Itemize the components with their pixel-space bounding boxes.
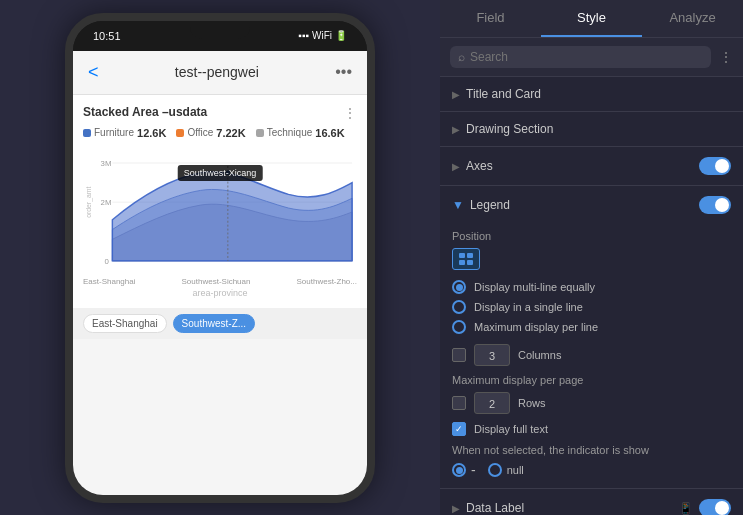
chevron-title-card: ▶ xyxy=(452,89,460,100)
radio-singleline-circle[interactable] xyxy=(452,300,466,314)
legend-office: Office 7.22K xyxy=(176,127,245,139)
phone-notch xyxy=(190,21,250,39)
status-icons: ▪▪▪ WiFi 🔋 xyxy=(298,30,347,41)
rows-row: 2 Rows xyxy=(452,392,731,414)
legend-technique: Technique 16.6K xyxy=(256,127,345,139)
svg-text:2M: 2M xyxy=(101,198,112,207)
tab-field[interactable]: Field xyxy=(440,0,541,37)
section-data-label[interactable]: ▶ Data Label 📱 xyxy=(440,489,743,515)
phone-screen-title: test--pengwei xyxy=(175,64,259,80)
columns-row: 3 Columns xyxy=(452,344,731,366)
legend-header[interactable]: ▼ Legend xyxy=(440,186,743,224)
indicator-label: When not selected, the indicator is show xyxy=(452,444,731,456)
chart-legend: Furniture 12.6K Office 7.22K Technique 1… xyxy=(83,127,357,139)
phone-time: 10:51 xyxy=(93,30,121,42)
tab-analyze[interactable]: Analyze xyxy=(642,0,743,37)
indicator-dash[interactable]: - xyxy=(452,462,476,478)
legend-dot-technique xyxy=(256,129,264,137)
area-label: area-province xyxy=(83,288,357,298)
svg-rect-12 xyxy=(467,260,473,265)
filter-bar: East-Shanghai Southwest-Z... xyxy=(73,308,367,339)
search-options-icon[interactable]: ⋮ xyxy=(719,49,733,65)
left-panel: 10:51 ▪▪▪ WiFi 🔋 < test--pengwei ••• Sta… xyxy=(0,0,440,515)
position-icons xyxy=(452,248,731,270)
svg-text:3M: 3M xyxy=(101,158,112,167)
filter-chip-southwest[interactable]: Southwest-Z... xyxy=(173,314,255,333)
indicator-null[interactable]: null xyxy=(488,463,524,477)
legend-dot-office xyxy=(176,129,184,137)
section-label-drawing: Drawing Section xyxy=(466,122,553,136)
data-label-toggle[interactable] xyxy=(699,499,731,515)
indicator-null-radio[interactable] xyxy=(488,463,502,477)
chart-tooltip: Southwest-Xicang xyxy=(178,165,263,181)
phone-header: < test--pengwei ••• xyxy=(73,51,367,95)
section-title-card[interactable]: ▶ Title and Card xyxy=(440,77,743,112)
phone-mockup: 10:51 ▪▪▪ WiFi 🔋 < test--pengwei ••• Sta… xyxy=(65,13,375,503)
legend-toggle[interactable] xyxy=(699,196,731,214)
svg-rect-10 xyxy=(467,253,473,258)
section-axes[interactable]: ▶ Axes xyxy=(440,147,743,186)
svg-rect-11 xyxy=(459,260,465,265)
radio-maxperline-circle[interactable] xyxy=(452,320,466,334)
chart-x-labels: East-Shanghai Southwest-Sichuan Southwes… xyxy=(83,277,357,286)
settings-content: ▶ Title and Card ▶ Drawing Section ▶ Axe… xyxy=(440,77,743,515)
more-button[interactable]: ••• xyxy=(335,63,352,81)
columns-checkbox[interactable] xyxy=(452,348,466,362)
display-full-text-checkbox[interactable] xyxy=(452,422,466,436)
indicator-dash-label: - xyxy=(471,462,476,478)
radio-multiline-label: Display multi-line equally xyxy=(474,281,595,293)
radio-singleline-label: Display in a single line xyxy=(474,301,583,313)
radio-maxperline-label: Maximum display per line xyxy=(474,321,598,333)
back-button[interactable]: < xyxy=(88,62,99,83)
legend-section: ▼ Legend Position xyxy=(440,186,743,489)
max-per-page-label: Maximum display per page xyxy=(452,374,731,386)
indicator-dash-radio[interactable] xyxy=(452,463,466,477)
indicator-null-label: null xyxy=(507,464,524,476)
rows-checkbox[interactable] xyxy=(452,396,466,410)
chart-area: Stacked Area –usdata ⋮ Furniture 12.6K O… xyxy=(73,95,367,308)
search-row: ⌕ ⋮ xyxy=(440,38,743,77)
display-radio-group: Display multi-line equally Display in a … xyxy=(452,280,731,334)
position-label: Position xyxy=(452,230,731,242)
display-full-text-label: Display full text xyxy=(474,423,548,435)
svg-rect-9 xyxy=(459,253,465,258)
chart-svg-area: Southwest-Xicang 3M 2M 0 order_amt xyxy=(83,145,357,275)
chevron-drawing: ▶ xyxy=(452,124,460,135)
search-icon: ⌕ xyxy=(458,50,465,64)
columns-value[interactable]: 3 xyxy=(474,344,510,366)
legend-body: Position Display mu xyxy=(440,224,743,488)
chart-title: Stacked Area –usdata xyxy=(83,105,207,119)
axes-toggle[interactable] xyxy=(699,157,731,175)
section-drawing[interactable]: ▶ Drawing Section xyxy=(440,112,743,147)
filter-chip-shanghai[interactable]: East-Shanghai xyxy=(83,314,167,333)
chevron-data-label: ▶ xyxy=(452,503,460,514)
radio-multiline[interactable]: Display multi-line equally xyxy=(452,280,731,294)
section-label-data-label: Data Label xyxy=(466,501,524,515)
rows-label: Rows xyxy=(518,397,546,409)
search-input-wrap[interactable]: ⌕ xyxy=(450,46,711,68)
tab-style[interactable]: Style xyxy=(541,0,642,37)
section-label-legend: Legend xyxy=(470,198,510,212)
tabs-row: Field Style Analyze xyxy=(440,0,743,38)
radio-singleline[interactable]: Display in a single line xyxy=(452,300,731,314)
chart-menu[interactable]: ⋮ xyxy=(343,105,357,121)
right-panel: Field Style Analyze ⌕ ⋮ ▶ Title and Card… xyxy=(440,0,743,515)
radio-maxperline[interactable]: Maximum display per line xyxy=(452,320,731,334)
position-icon-grid[interactable] xyxy=(452,248,480,270)
section-label-title-card: Title and Card xyxy=(466,87,541,101)
phone-content: < test--pengwei ••• Stacked Area –usdata… xyxy=(73,51,367,495)
svg-text:0: 0 xyxy=(105,256,110,265)
svg-text:order_amt: order_amt xyxy=(85,186,93,217)
data-label-phone-icon: 📱 xyxy=(679,502,693,515)
section-label-axes: Axes xyxy=(466,159,493,173)
chevron-axes: ▶ xyxy=(452,161,460,172)
legend-dot-furniture xyxy=(83,129,91,137)
indicator-options: - null xyxy=(452,462,731,478)
radio-multiline-circle[interactable] xyxy=(452,280,466,294)
legend-furniture: Furniture 12.6K xyxy=(83,127,166,139)
columns-label: Columns xyxy=(518,349,561,361)
rows-value[interactable]: 2 xyxy=(474,392,510,414)
chevron-legend: ▼ xyxy=(452,198,464,212)
display-full-text-row[interactable]: Display full text xyxy=(452,422,731,436)
search-input[interactable] xyxy=(470,50,703,64)
